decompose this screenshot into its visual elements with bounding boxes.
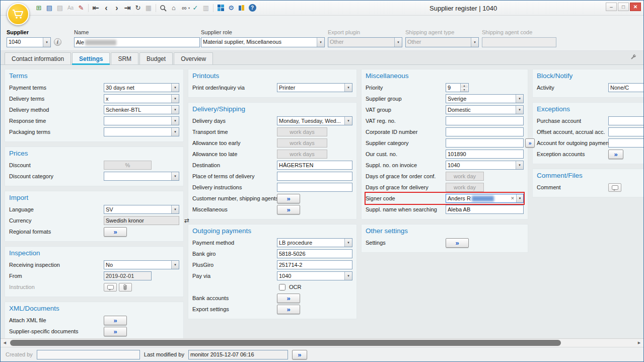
save-icon[interactable]: ▤ [44, 3, 54, 13]
books-icon[interactable] [237, 3, 247, 13]
export-settings-button[interactable]: » [277, 305, 300, 314]
history-button[interactable]: » [292, 350, 307, 359]
section-title: Prices [9, 150, 179, 157]
payment-method-select[interactable]: LB procedure▾ [277, 238, 352, 247]
signer-code-combo[interactable]: Anders R ✕ ▾ [446, 194, 524, 203]
supplier-category-button[interactable]: » [525, 138, 535, 148]
toolbar-separator [88, 4, 89, 12]
corporate-id-input[interactable] [446, 127, 524, 136]
delivery-instructions-input[interactable] [277, 183, 352, 192]
clear-icon[interactable]: ✕ [509, 196, 516, 201]
link-icon[interactable]: ∞ [179, 3, 189, 13]
discount-category-select[interactable]: ▾ [104, 172, 179, 181]
language-select[interactable]: SV▾ [104, 205, 179, 214]
other-settings-button[interactable]: » [446, 238, 469, 248]
spin-down-icon[interactable]: ▼ [461, 88, 468, 92]
supplier-specific-documents-button[interactable]: » [104, 327, 127, 336]
vat-group-select[interactable]: Domestic▾ [446, 105, 524, 114]
search-icon[interactable] [158, 3, 168, 13]
redacted-text [472, 196, 494, 201]
field-label: VAT group [366, 107, 446, 113]
last-record-icon[interactable]: ⇥ [122, 3, 132, 13]
help-icon[interactable]: ? [247, 3, 257, 13]
tab-budget[interactable]: Budget [139, 52, 173, 64]
suppl-no-on-invoice-select[interactable]: 1040▾ [446, 161, 524, 170]
app-logo-cart-icon[interactable] [7, 3, 29, 25]
shipping-miscellaneous-button[interactable]: » [277, 205, 300, 214]
minimize-button[interactable]: – [606, 3, 617, 11]
supplier-category-input[interactable] [446, 138, 524, 148]
plusgiro-input[interactable] [277, 260, 352, 269]
scrollbar-thumb[interactable] [10, 340, 561, 346]
next-record-icon[interactable]: › [112, 3, 122, 13]
delivery-days-select[interactable]: Monday, Tuesday, Wed...▾ [277, 116, 352, 125]
wrench-icon[interactable] [630, 54, 636, 61]
tab-contact-information[interactable]: Contact information [5, 52, 71, 64]
chevron-down-icon[interactable]: ▾ [516, 194, 523, 202]
supplier-group-select[interactable]: Sverige▾ [446, 94, 524, 103]
response-time-select[interactable]: ▾ [104, 116, 179, 125]
gear-icon[interactable]: ⚙ [226, 3, 236, 13]
scrollbar-track[interactable] [9, 339, 635, 347]
instruction-comment-button[interactable] [104, 283, 117, 292]
section-other-settings: Other settings Settings » [361, 224, 528, 253]
add-document-icon[interactable]: ⊞ [34, 3, 44, 13]
outgoing-payments-account-input[interactable] [608, 138, 643, 148]
spin-up-icon[interactable]: ▲ [461, 84, 468, 88]
chevron-down-icon: ▾ [171, 128, 179, 136]
chevron-down-icon: ▾ [171, 172, 179, 180]
vat-reg-no-input[interactable] [446, 116, 524, 125]
section-miscellaneous: Miscellaneous Priority ▲▼ Supplier group… [361, 69, 528, 220]
customer-number-shipping-agents-button[interactable]: » [277, 194, 300, 203]
field-label: Export settings [192, 306, 277, 312]
pay-via-select[interactable]: 1040▾ [277, 271, 352, 280]
name-input[interactable]: Ale [74, 37, 200, 47]
first-record-icon[interactable]: ⇤ [91, 3, 101, 13]
priority-stepper[interactable]: ▲▼ [446, 83, 469, 92]
delivery-terms-select[interactable]: x▾ [104, 94, 179, 103]
tab-settings[interactable]: Settings [72, 52, 110, 64]
field-label: Supplier group [366, 96, 446, 102]
our-cust-no-input[interactable] [446, 150, 524, 159]
chevron-down-icon[interactable]: ▾ [188, 6, 190, 10]
scroll-right-button[interactable]: ▶ [635, 339, 643, 347]
priority-input[interactable] [446, 84, 460, 92]
grace-order-conf-input [446, 172, 484, 181]
delivery-method-select[interactable]: Schenker-BTL▾ [104, 105, 179, 114]
supplier-select[interactable]: 1040 ▾ [7, 37, 51, 47]
previous-record-icon[interactable]: ‹ [101, 3, 111, 13]
offset-account-input[interactable] [608, 127, 643, 136]
destination-input[interactable] [277, 161, 352, 170]
activity-select[interactable]: None/C▾ [608, 83, 643, 92]
purchase-account-input[interactable] [608, 116, 643, 125]
attach-xml-file-button[interactable]: » [104, 316, 127, 325]
bank-accounts-button[interactable]: » [277, 294, 300, 303]
signature-icon[interactable]: ✎ [76, 3, 86, 13]
exchange-rate-icon[interactable]: ⇄ [184, 217, 189, 224]
home-icon[interactable]: ⌂ [169, 3, 179, 13]
receiving-inspection-select[interactable]: No▾ [104, 260, 179, 269]
payment-terms-select[interactable]: 30 days net▾ [104, 83, 179, 92]
close-button[interactable]: ✕ [630, 3, 641, 11]
maximize-button[interactable]: □ [618, 3, 629, 11]
report-icon: ▥ [201, 3, 211, 13]
suppl-name-searching-input[interactable] [446, 205, 524, 214]
scroll-left-button[interactable]: ◀ [1, 339, 9, 347]
print-order-via-select[interactable]: Printer▾ [277, 83, 352, 92]
apps-grid-icon[interactable] [216, 3, 226, 13]
refresh-icon[interactable]: ↻ [133, 3, 143, 13]
place-of-terms-input[interactable] [277, 172, 352, 181]
tab-overview[interactable]: Overview [174, 52, 213, 64]
comment-button[interactable] [608, 183, 621, 192]
exception-accounts-button[interactable]: » [608, 150, 623, 159]
inspection-from-input[interactable] [104, 271, 152, 280]
packaging-terms-select[interactable]: ▾ [104, 127, 179, 136]
spellcheck-icon[interactable]: ✓ [190, 3, 200, 13]
info-icon[interactable]: i [54, 38, 61, 46]
ocr-checkbox[interactable] [279, 284, 285, 291]
supplier-role-select[interactable]: Material supplier, Miscellaneous ▾ [201, 37, 325, 47]
tab-srm[interactable]: SRM [111, 52, 138, 64]
instruction-attachment-button[interactable] [119, 283, 132, 292]
regional-formats-button[interactable]: » [104, 227, 127, 237]
bank-giro-input[interactable] [277, 249, 352, 258]
